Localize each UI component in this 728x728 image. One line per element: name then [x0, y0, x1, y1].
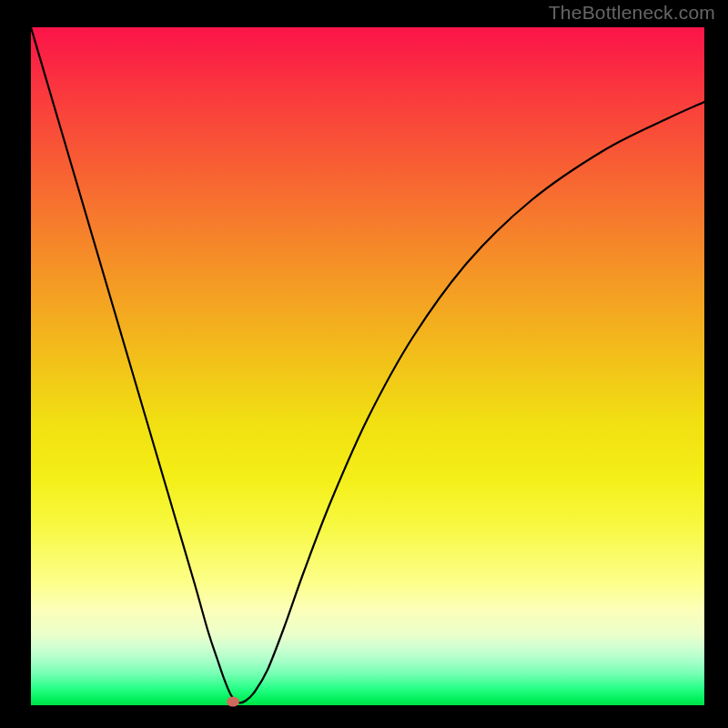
chart-frame: TheBottleneck.com	[0, 0, 728, 728]
watermark-text: TheBottleneck.com	[549, 2, 715, 24]
v-curve	[31, 27, 704, 705]
minimum-marker	[227, 697, 239, 707]
plot-area	[31, 27, 704, 705]
